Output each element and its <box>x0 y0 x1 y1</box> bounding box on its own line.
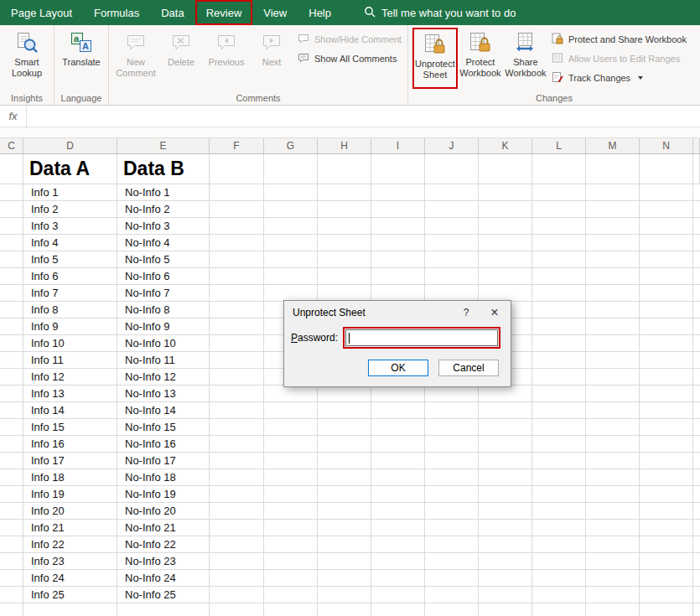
cell[interactable] <box>0 436 23 453</box>
cell[interactable] <box>479 386 532 402</box>
cell[interactable]: No-Info 17 <box>117 453 210 469</box>
cell[interactable]: No-Info 5 <box>117 251 210 268</box>
cell[interactable] <box>0 251 23 268</box>
column-header-J[interactable]: J <box>425 138 479 153</box>
cell[interactable] <box>0 553 23 570</box>
delete-comment-button[interactable]: Delete <box>158 28 204 68</box>
cell[interactable]: No-Info 8 <box>117 302 210 318</box>
cell[interactable]: No-Info 9 <box>117 318 210 335</box>
cell[interactable] <box>532 469 586 486</box>
cell[interactable] <box>318 285 371 302</box>
cell[interactable] <box>371 603 425 616</box>
cell[interactable] <box>371 469 425 486</box>
cell[interactable] <box>210 570 264 587</box>
cell[interactable] <box>693 218 700 235</box>
cell[interactable] <box>264 587 318 603</box>
cell[interactable]: No-Info 3 <box>117 218 210 235</box>
cell[interactable] <box>532 268 586 285</box>
cell[interactable] <box>0 536 23 553</box>
cell[interactable] <box>586 536 640 553</box>
cell[interactable] <box>371 402 425 419</box>
cell[interactable] <box>693 268 700 285</box>
cell[interactable] <box>0 369 23 386</box>
column-header-F[interactable]: F <box>210 138 264 153</box>
cell[interactable] <box>479 520 532 536</box>
cell[interactable] <box>425 235 479 251</box>
cell[interactable] <box>318 235 371 251</box>
new-comment-button[interactable]: New Comment <box>113 28 158 79</box>
cell[interactable]: Info 6 <box>23 268 117 285</box>
protect-and-share-workbook-button[interactable]: Protect and Share Workbook <box>552 32 687 47</box>
cell[interactable] <box>425 469 479 486</box>
cell[interactable] <box>479 402 532 419</box>
cell[interactable]: Info 13 <box>23 386 117 402</box>
cell[interactable] <box>586 268 640 285</box>
share-workbook-button[interactable]: Share Workbook <box>503 28 548 79</box>
cell[interactable]: Info 8 <box>23 302 117 318</box>
unprotect-sheet-button[interactable]: Unprotect Sheet <box>412 28 458 89</box>
cell[interactable]: No-Info 16 <box>117 436 210 453</box>
track-changes-button[interactable]: Track Changes <box>552 70 687 85</box>
cell[interactable] <box>479 453 532 469</box>
cell[interactable] <box>640 386 693 402</box>
cell[interactable] <box>318 520 371 536</box>
cell[interactable] <box>479 419 532 436</box>
ok-button[interactable]: OK <box>368 360 428 376</box>
cell[interactable] <box>210 419 264 436</box>
cell[interactable] <box>693 369 700 386</box>
cell[interactable] <box>318 218 371 235</box>
cell[interactable] <box>0 419 23 436</box>
cell[interactable] <box>586 570 640 587</box>
cell[interactable]: Data B <box>117 154 210 184</box>
cell[interactable]: Info 23 <box>23 553 117 570</box>
cell[interactable] <box>210 402 264 419</box>
cell[interactable] <box>586 218 640 235</box>
cell[interactable] <box>640 251 693 268</box>
cell[interactable] <box>210 218 264 235</box>
cell[interactable] <box>210 603 264 616</box>
cell[interactable] <box>586 453 640 469</box>
cell[interactable] <box>640 503 693 520</box>
cell[interactable] <box>586 469 640 486</box>
column-header-K[interactable]: K <box>479 138 532 153</box>
cell[interactable] <box>371 587 425 603</box>
cell[interactable] <box>0 386 23 402</box>
cell[interactable] <box>479 570 532 587</box>
cell[interactable] <box>264 201 318 218</box>
cell[interactable] <box>479 154 532 184</box>
cell[interactable] <box>586 154 640 184</box>
cell[interactable] <box>318 436 371 453</box>
cell[interactable] <box>532 570 586 587</box>
tab-page-layout[interactable]: Page Layout <box>0 0 83 25</box>
cell[interactable] <box>264 419 318 436</box>
cell[interactable] <box>640 486 693 503</box>
cell[interactable] <box>479 201 532 218</box>
cell[interactable] <box>210 184 264 201</box>
cell[interactable] <box>640 436 693 453</box>
cell[interactable] <box>210 268 264 285</box>
cell[interactable] <box>371 503 425 520</box>
cell[interactable] <box>640 453 693 469</box>
cell[interactable]: No-Info 15 <box>117 419 210 436</box>
cell[interactable] <box>532 285 586 302</box>
cell[interactable]: Info 9 <box>23 318 117 335</box>
cell[interactable]: Info 25 <box>23 587 117 603</box>
password-input[interactable] <box>345 329 498 346</box>
cell[interactable] <box>693 453 700 469</box>
cell[interactable]: Info 24 <box>23 570 117 587</box>
cell[interactable] <box>586 386 640 402</box>
cell[interactable] <box>532 369 586 386</box>
cell[interactable] <box>318 268 371 285</box>
cell[interactable] <box>264 154 318 184</box>
tab-review[interactable]: Review <box>195 0 253 25</box>
cell[interactable] <box>479 536 532 553</box>
column-header-I[interactable]: I <box>371 138 425 153</box>
cell[interactable] <box>586 419 640 436</box>
cell[interactable] <box>532 603 586 616</box>
cell[interactable] <box>425 419 479 436</box>
cell[interactable] <box>0 318 23 335</box>
allow-users-to-edit-ranges-button[interactable]: Allow Users to Edit Ranges <box>552 51 687 66</box>
cell[interactable] <box>371 154 425 184</box>
cell[interactable] <box>318 553 371 570</box>
cell[interactable]: Info 21 <box>23 520 117 536</box>
